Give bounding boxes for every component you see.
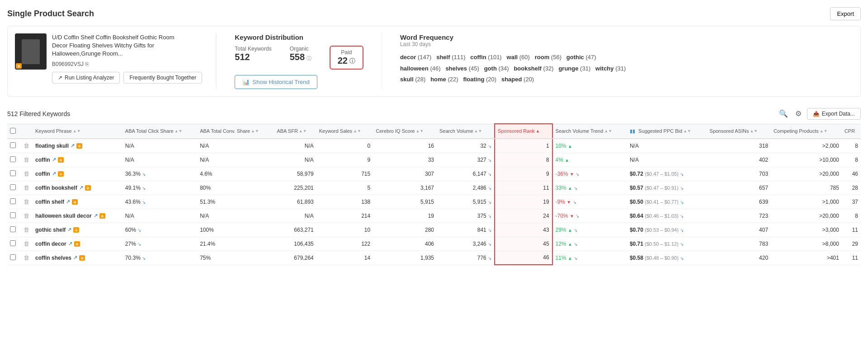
table-row: 🗑 coffin shelf ↗ a 43.6% ↘ 51.3% 61,893 …	[7, 195, 861, 209]
external-link-icon[interactable]: ↗	[68, 241, 72, 247]
external-link-icon[interactable]: ↗	[73, 255, 77, 261]
col-header-search-vol: Search Volume ▲▼	[437, 124, 495, 139]
keyword-sales-cell: 138	[316, 195, 373, 209]
row-checkbox[interactable]	[10, 198, 16, 204]
aba-sfr-cell: N/A	[274, 153, 316, 167]
keyword-cell: coffin shelf ↗ a	[33, 195, 123, 209]
trash-icon[interactable]: 🗑	[24, 156, 29, 163]
keyword-sales-cell: 715	[316, 167, 373, 181]
cerebro-iq-cell: 5,915	[373, 195, 437, 209]
table-row: 🗑 coffin bookshelf ↗ a 49.1% ↘ 80% 225,2…	[7, 181, 861, 195]
sponsored-rank-cell: 24	[495, 209, 552, 223]
row-trash-cell[interactable]: 🗑	[21, 209, 33, 223]
trash-icon[interactable]: 🗑	[24, 212, 29, 219]
external-link-icon[interactable]: ↗	[67, 227, 71, 233]
row-checkbox-cell[interactable]	[7, 209, 21, 223]
trash-icon[interactable]: 🗑	[24, 198, 29, 205]
aba-sfr-cell: N/A	[274, 209, 316, 223]
external-link-icon[interactable]: ↗	[71, 143, 75, 149]
filtered-count: 512 Filtered Keywords	[7, 110, 70, 117]
col-header-sponsored-rank[interactable]: Sponsored Rank ▲	[495, 124, 552, 139]
cerebro-iq-cell: 19	[373, 209, 437, 223]
sponsored-asins-cell: 318	[707, 139, 771, 153]
sponsored-asins-cell: 639	[707, 195, 771, 209]
external-link-icon[interactable]: ↗	[66, 199, 70, 205]
chart-icon: 📊	[242, 79, 250, 85]
external-link-icon[interactable]: ↗	[52, 157, 56, 163]
table-row: 🗑 coffin shelves ↗ a 70.3% ↘ 75% 679,264…	[7, 251, 861, 265]
row-trash-cell[interactable]: 🗑	[21, 181, 33, 195]
aba-sfr-cell: 663,271	[274, 223, 316, 237]
trash-icon[interactable]: 🗑	[24, 142, 29, 149]
trash-icon[interactable]: 🗑	[24, 226, 29, 233]
row-checkbox-cell[interactable]	[7, 223, 21, 237]
amazon-badge: a	[85, 185, 91, 191]
trash-icon[interactable]: 🗑	[24, 240, 29, 247]
row-checkbox-cell[interactable]	[7, 139, 21, 153]
search-volume-trend-cell: -70% ▼ ↘	[552, 209, 627, 223]
sponsored-rank-cell: 19	[495, 195, 552, 209]
keyword-cell: coffin decor ↗ a	[33, 237, 123, 251]
keyword-text: coffin bookshelf	[35, 185, 77, 191]
cpr-cell: 8	[842, 139, 861, 153]
sponsored-rank-cell: 1	[495, 139, 552, 153]
col-header-aba-click: ABA Total Click Share ▲▼	[123, 124, 197, 139]
settings-icon-button[interactable]: ⚙	[793, 108, 803, 120]
export-data-button[interactable]: 📤 Export Data...	[807, 108, 861, 120]
row-trash-cell[interactable]: 🗑	[21, 139, 33, 153]
row-checkbox[interactable]	[10, 240, 16, 246]
row-checkbox-cell[interactable]	[7, 251, 21, 265]
keyword-text: coffin	[35, 157, 50, 163]
row-checkbox-cell[interactable]	[7, 195, 21, 209]
external-link-icon: ↗	[58, 75, 62, 81]
cerebro-iq-cell: 16	[373, 139, 437, 153]
aba-conv-share-cell: 75%	[197, 251, 274, 265]
row-checkbox-cell[interactable]	[7, 181, 21, 195]
row-checkbox[interactable]	[10, 226, 16, 232]
aba-conv-share-cell: 80%	[197, 181, 274, 195]
row-trash-cell[interactable]: 🗑	[21, 237, 33, 251]
col-header-ppc-bid: ▮▮ Suggested PPC Bid ▲▼	[627, 124, 707, 139]
trash-icon[interactable]: 🗑	[24, 254, 29, 261]
row-trash-cell[interactable]: 🗑	[21, 223, 33, 237]
row-checkbox-cell[interactable]	[7, 237, 21, 251]
row-checkbox[interactable]	[10, 142, 16, 148]
row-checkbox[interactable]	[10, 170, 16, 176]
row-checkbox[interactable]	[10, 212, 16, 218]
sponsored-rank-cell: 45	[495, 237, 552, 251]
external-link-icon[interactable]: ↗	[94, 213, 98, 219]
cpr-cell: 29	[842, 237, 861, 251]
table-row: 🗑 gothic shelf ↗ a 60% ↘ 100% 663,271 10…	[7, 223, 861, 237]
trash-icon[interactable]: 🗑	[24, 170, 29, 177]
row-checkbox[interactable]	[10, 156, 16, 162]
select-all-checkbox[interactable]	[10, 128, 16, 134]
competing-products-cell: >20,000	[771, 209, 842, 223]
sponsored-asins-cell: 402	[707, 153, 771, 167]
keyword-cell: coffin shelves ↗ a	[33, 251, 123, 265]
row-checkbox[interactable]	[10, 184, 16, 190]
keyword-text: gothic shelf	[35, 227, 66, 233]
aba-conv-share-cell: 51.3%	[197, 195, 274, 209]
row-trash-cell[interactable]: 🗑	[21, 195, 33, 209]
row-trash-cell[interactable]: 🗑	[21, 153, 33, 167]
copy-icon[interactable]: ⎘	[85, 61, 89, 67]
row-trash-cell[interactable]: 🗑	[21, 167, 33, 181]
trash-icon[interactable]: 🗑	[24, 184, 29, 191]
cerebro-iq-cell: 33	[373, 153, 437, 167]
row-checkbox-cell[interactable]	[7, 153, 21, 167]
row-trash-cell[interactable]: 🗑	[21, 251, 33, 265]
keyword-sales-cell: 10	[316, 223, 373, 237]
frequently-bought-together-button[interactable]: Frequently Bought Together	[123, 72, 202, 84]
row-checkbox-cell[interactable]	[7, 167, 21, 181]
search-icon-button[interactable]: 🔍	[777, 108, 790, 120]
external-link-icon[interactable]: ↗	[52, 171, 56, 177]
run-listing-analyzer-button[interactable]: ↗ Run Listing Analyzer	[52, 72, 120, 84]
keyword-cell: halloween skull decor ↗ a	[33, 209, 123, 223]
page-title: Single Product Search	[7, 9, 94, 19]
col-header-svt: Search Volume Trend ▲▼	[552, 124, 627, 139]
show-historical-trend-button[interactable]: 📊 Show Historical Trend	[235, 75, 317, 89]
row-checkbox[interactable]	[10, 254, 16, 260]
external-link-icon[interactable]: ↗	[79, 185, 83, 191]
export-button[interactable]: Export	[830, 7, 861, 20]
keyword-sales-cell: 0	[316, 139, 373, 153]
